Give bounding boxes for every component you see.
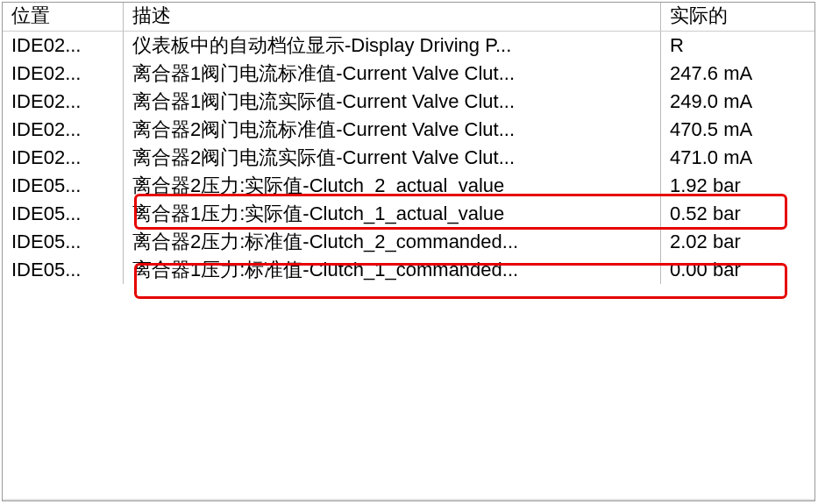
cell-value: 0.00 bar — [661, 256, 814, 284]
cell-value: 471.0 mA — [661, 144, 814, 172]
cell-value: 247.6 mA — [661, 60, 814, 88]
cell-position: IDE05... — [3, 200, 124, 228]
cell-value: 249.0 mA — [661, 88, 814, 116]
cell-description: 离合器2阀门电流标准值-Current Valve Clut... — [124, 116, 660, 144]
cell-description: 离合器1阀门电流标准值-Current Valve Clut... — [124, 60, 660, 88]
cell-description: 离合器1阀门电流实际值-Current Valve Clut... — [124, 88, 660, 116]
cell-value: 470.5 mA — [661, 116, 814, 144]
cell-position: IDE05... — [3, 256, 124, 284]
header-position[interactable]: 位置 — [3, 3, 124, 32]
header-description[interactable]: 描述 — [124, 3, 660, 32]
cell-position: IDE05... — [3, 228, 124, 256]
cell-description: 离合器2阀门电流实际值-Current Valve Clut... — [124, 144, 660, 172]
cell-value: 1.92 bar — [661, 172, 814, 200]
cell-position: IDE02... — [3, 32, 124, 60]
cell-position: IDE02... — [3, 144, 124, 172]
header-actual[interactable]: 实际的 — [661, 3, 814, 32]
cell-description: 仪表板中的自动档位显示-Display Driving P... — [124, 32, 660, 60]
cell-position: IDE02... — [3, 116, 124, 144]
cell-value: R — [661, 32, 814, 60]
cell-position: IDE02... — [3, 88, 124, 116]
cell-value: 2.02 bar — [661, 228, 814, 256]
cell-position: IDE05... — [3, 172, 124, 200]
data-panel: 位置 描述 实际的 IDE02... 仪表板中的自动档位显示-Display D… — [2, 2, 815, 501]
cell-description: 离合器1压力:实际值-Clutch_1_actual_value — [124, 200, 660, 228]
data-table: 位置 描述 实际的 IDE02... 仪表板中的自动档位显示-Display D… — [3, 3, 814, 284]
cell-value: 0.52 bar — [661, 200, 814, 228]
cell-position: IDE02... — [3, 60, 124, 88]
cell-description: 离合器1压力:标准值-Clutch_1_commanded... — [124, 256, 660, 284]
cell-description: 离合器2压力:标准值-Clutch_2_commanded... — [124, 228, 660, 256]
cell-description: 离合器2压力:实际值-Clutch_2_actual_value — [124, 172, 660, 200]
